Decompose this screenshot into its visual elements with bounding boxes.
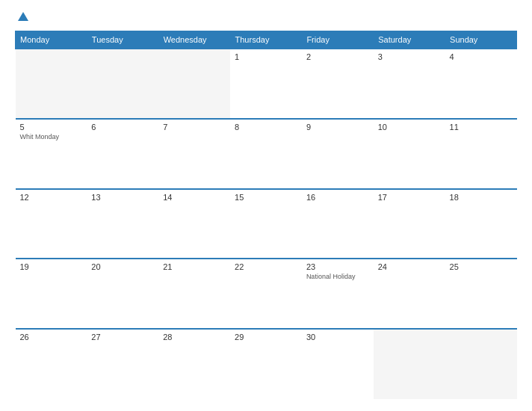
calendar-cell: 7 [158,119,230,189]
day-number: 27 [91,333,154,342]
calendar-cell: 19 [16,259,87,329]
day-number: 30 [306,333,369,342]
calendar-cell [445,329,517,399]
calendar-cell: 23National Holiday [302,259,374,329]
day-number: 21 [163,262,226,271]
day-header-friday: Friday [302,31,374,49]
calendar-cell: 15 [230,189,302,259]
calendar-cell: 5Whit Monday [16,119,87,189]
calendar-cell: 20 [87,259,158,329]
calendar-cell: 2 [302,49,374,119]
calendar-cell: 6 [87,119,158,189]
calendar-cell [374,329,445,399]
calendar-cell: 22 [230,259,302,329]
day-number: 26 [20,333,83,342]
calendar-cell: 16 [302,189,374,259]
calendar-cell: 4 [445,49,517,119]
day-number: 14 [163,193,226,202]
week-row-5: 2627282930 [16,329,517,399]
day-number: 22 [235,262,297,271]
day-header-wednesday: Wednesday [158,31,230,49]
calendar-cell: 14 [158,189,230,259]
week-row-1: 1234 [16,49,517,119]
day-header-saturday: Saturday [374,31,445,49]
calendar-cell: 1 [230,49,302,119]
calendar-page: MondayTuesdayWednesdayThursdayFridaySatu… [0,0,532,411]
day-header-sunday: Sunday [445,31,517,49]
calendar-cell: 12 [16,189,87,259]
day-number: 24 [378,262,441,271]
calendar-cell [158,49,230,119]
day-number: 1 [235,52,297,61]
calendar-cell [87,49,158,119]
day-number: 7 [163,123,226,132]
day-number: 6 [91,123,154,132]
day-number: 10 [378,123,441,132]
day-number: 18 [450,193,513,202]
day-number: 3 [378,52,441,61]
day-header-monday: Monday [16,31,87,49]
calendar-cell: 24 [374,259,445,329]
calendar-cell: 13 [87,189,158,259]
calendar-cell: 27 [87,329,158,399]
day-number: 28 [163,333,226,342]
days-header-row: MondayTuesdayWednesdayThursdayFridaySatu… [16,31,517,49]
day-number: 4 [450,52,513,61]
logo-triangle-icon [18,12,28,21]
logo-blue-row [15,12,28,22]
holiday-label: National Holiday [306,273,369,282]
calendar-cell: 10 [374,119,445,189]
day-number: 2 [306,52,369,61]
day-number: 15 [235,193,297,202]
day-number: 12 [20,193,83,202]
day-number: 29 [235,333,297,342]
calendar-cell: 29 [230,329,302,399]
holiday-label: Whit Monday [20,133,83,142]
calendar-table: MondayTuesdayWednesdayThursdayFridaySatu… [15,31,517,399]
day-number: 25 [450,262,513,271]
day-number: 17 [378,193,441,202]
day-number: 9 [306,123,369,132]
calendar-cell: 17 [374,189,445,259]
day-header-thursday: Thursday [230,31,302,49]
week-row-2: 5Whit Monday67891011 [16,119,517,189]
calendar-cell: 8 [230,119,302,189]
day-number: 13 [91,193,154,202]
calendar-cell: 9 [302,119,374,189]
calendar-cell: 26 [16,329,87,399]
day-number: 11 [450,123,513,132]
calendar-cell: 30 [302,329,374,399]
week-row-4: 1920212223National Holiday2425 [16,259,517,329]
calendar-cell: 3 [374,49,445,119]
calendar-cell: 25 [445,259,517,329]
calendar-cell: 18 [445,189,517,259]
week-row-3: 12131415161718 [16,189,517,259]
calendar-cell: 21 [158,259,230,329]
header [15,12,517,22]
day-number: 20 [91,262,154,271]
calendar-cell: 11 [445,119,517,189]
logo [15,12,28,22]
calendar-cell [16,49,87,119]
calendar-cell: 28 [158,329,230,399]
day-number: 8 [235,123,297,132]
day-header-tuesday: Tuesday [87,31,158,49]
day-number: 16 [306,193,369,202]
day-number: 19 [20,262,83,271]
day-number: 23 [306,262,369,271]
day-number: 5 [20,123,83,132]
